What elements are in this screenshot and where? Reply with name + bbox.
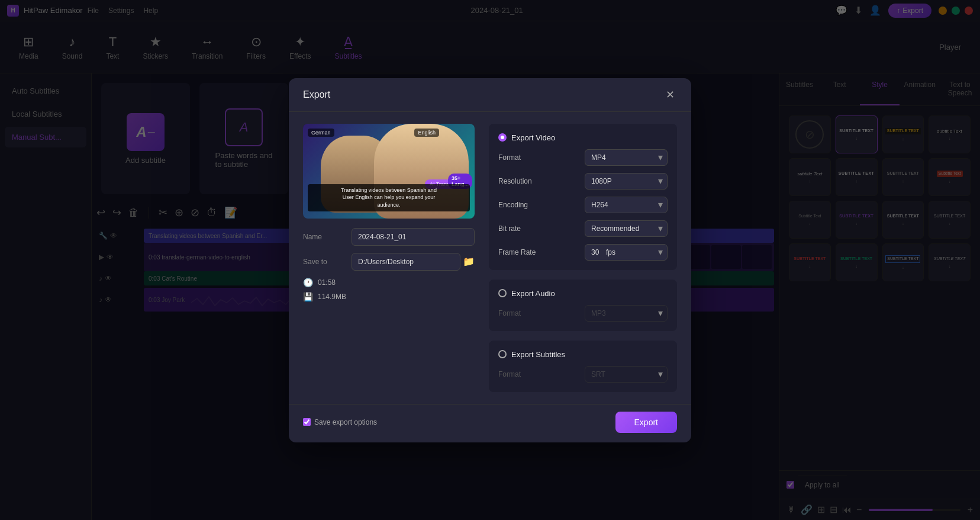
save-to-label: Save to <box>303 258 344 266</box>
export-audio-title: Export Audio <box>498 289 668 298</box>
browse-folder-button[interactable]: 📁 <box>463 256 475 267</box>
encoding-row: Encoding H264 H265 VP9 <box>498 197 668 213</box>
framerate-select-wrapper: 24 25 30 60 fps <box>585 244 668 261</box>
resolution-select[interactable]: 4K 1080P 720P 480P <box>585 173 668 190</box>
save-to-input[interactable] <box>352 253 460 271</box>
save-export-label[interactable]: Save export options <box>314 418 377 426</box>
export-subtitles-radio[interactable] <box>498 350 507 358</box>
resolution-select-wrapper: 4K 1080P 720P 480P <box>585 173 668 190</box>
encoding-select-wrapper: H264 H265 VP9 <box>585 197 668 213</box>
file-size-value: 114.9MB <box>318 293 346 301</box>
duration-value: 01:58 <box>318 278 336 287</box>
resolution-label: Resolution <box>498 177 532 185</box>
audio-format-select: MP3 <box>585 305 668 322</box>
save-to-group: Save to 📁 <box>303 253 475 271</box>
preview-english-tag: English <box>414 129 439 137</box>
export-audio-section: Export Audio Format MP3 <box>489 280 677 331</box>
export-action-button[interactable]: Export <box>615 412 677 433</box>
bitrate-select-wrapper: Recommended Low Medium High <box>585 220 668 237</box>
bitrate-label: Bit rate <box>498 224 521 233</box>
size-row: 💾 114.9MB <box>303 292 475 301</box>
video-preview: German English AI Translate 35+Lang... T… <box>303 124 475 219</box>
modal-footer: Save export options Export <box>289 404 691 442</box>
resolution-row: Resolution 4K 1080P 720P 480P <box>498 173 668 190</box>
audio-format-row: Format MP3 <box>498 305 668 322</box>
modal-body: German English AI Translate 35+Lang... T… <box>289 112 691 404</box>
encoding-select[interactable]: H264 H265 VP9 <box>585 197 668 213</box>
export-modal: Export ✕ German English <box>289 78 691 442</box>
bitrate-row: Bit rate Recommended Low Medium High <box>498 220 668 237</box>
preview-subtitle-text: Translating videos between Spanish andUs… <box>308 184 470 211</box>
export-video-title: Export Video <box>498 133 668 142</box>
format-select[interactable]: MP4 MOV AVI MKV <box>585 149 668 166</box>
export-form: Name Save to 📁 <box>303 228 475 271</box>
preview-german-tag: German <box>308 129 334 137</box>
subtitle-format-select: SRT <box>585 366 668 383</box>
format-select-wrapper: MP4 MOV AVI MKV <box>585 149 668 166</box>
audio-format-label: Format <box>498 309 521 317</box>
modal-close-button[interactable]: ✕ <box>663 88 677 102</box>
name-label: Name <box>303 233 344 241</box>
modal-overlay[interactable]: Export ✕ German English <box>0 0 980 520</box>
framerate-label: Frame Rate <box>498 248 536 256</box>
save-to-input-group: 📁 <box>352 253 475 271</box>
duration-row: 🕐 01:58 <box>303 278 475 287</box>
save-options-group: Save export options <box>303 418 377 426</box>
modal-preview-section: German English AI Translate 35+Lang... T… <box>303 124 475 392</box>
format-label: Format <box>498 153 521 162</box>
clock-icon: 🕐 <box>303 278 313 287</box>
modal-info: 🕐 01:58 💾 114.9MB <box>303 278 475 301</box>
modal-options: Export Video Format MP4 MOV AVI MKV <box>489 124 677 392</box>
modal-header: Export ✕ <box>289 78 691 112</box>
export-subtitles-title: Export Subtitles <box>498 350 668 359</box>
framerate-row: Frame Rate 24 25 30 60 fps <box>498 244 668 261</box>
export-video-section: Export Video Format MP4 MOV AVI MKV <box>489 124 677 270</box>
format-row: Format MP4 MOV AVI MKV <box>498 149 668 166</box>
export-video-radio[interactable] <box>498 133 507 142</box>
save-export-checkbox[interactable] <box>303 418 311 426</box>
bitrate-select[interactable]: Recommended Low Medium High <box>585 220 668 237</box>
name-input[interactable] <box>352 228 475 246</box>
framerate-select[interactable]: 24 25 30 60 <box>585 244 668 261</box>
file-icon: 💾 <box>303 292 313 301</box>
subtitle-format-row: Format SRT <box>498 366 668 383</box>
encoding-label: Encoding <box>498 201 528 209</box>
export-audio-radio[interactable] <box>498 289 507 297</box>
subtitle-format-label: Format <box>498 370 521 378</box>
export-subtitles-section: Export Subtitles Format SRT <box>489 341 677 392</box>
name-group: Name <box>303 228 475 246</box>
preview-bg: German English AI Translate 35+Lang... T… <box>303 124 475 219</box>
modal-title: Export <box>303 89 330 100</box>
subtitle-format-select-wrapper: SRT <box>585 366 668 383</box>
audio-format-select-wrapper: MP3 <box>585 305 668 322</box>
